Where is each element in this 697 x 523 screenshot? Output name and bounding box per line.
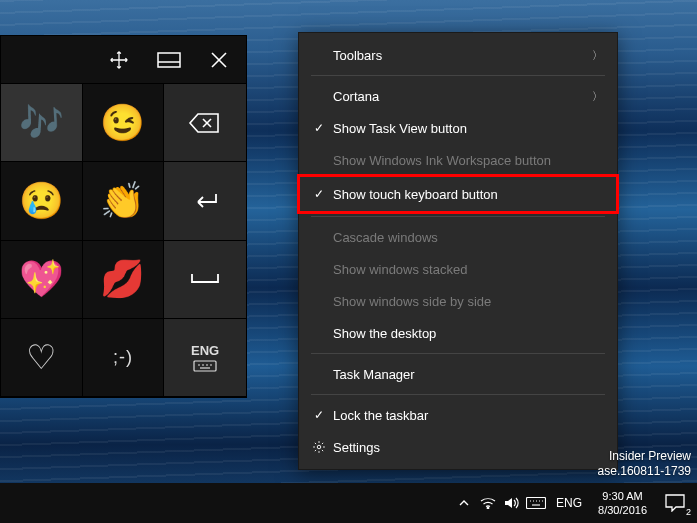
svg-rect-14 — [527, 498, 546, 509]
menu-separator — [311, 394, 605, 395]
emoji-wink[interactable]: 😉 — [83, 84, 165, 162]
menu-item-label: Show Windows Ink Workspace button — [329, 153, 603, 168]
language-key[interactable]: ENG — [164, 319, 246, 397]
volume-icon[interactable] — [500, 483, 524, 523]
menu-separator — [311, 216, 605, 217]
menu-item-label: Show the desktop — [329, 326, 603, 341]
keyboard-move-icon[interactable] — [102, 43, 136, 77]
menu-show-taskview[interactable]: ✓ Show Task View button — [299, 112, 617, 144]
menu-item-label: Show windows side by side — [329, 294, 603, 309]
svg-point-12 — [317, 445, 321, 449]
menu-item-label: Show touch keyboard button — [329, 187, 603, 202]
menu-task-manager[interactable]: Task Manager — [299, 358, 617, 390]
taskbar: ENG 9:30 AM 8/30/2016 2 — [0, 483, 697, 523]
language-key-label: ENG — [191, 343, 219, 358]
gear-icon — [309, 440, 329, 454]
system-tray: ENG 9:30 AM 8/30/2016 2 — [452, 483, 695, 523]
touch-keyboard-topbar — [1, 36, 246, 84]
touch-keyboard-tray-icon[interactable] — [524, 483, 548, 523]
chevron-right-icon: 〉 — [592, 89, 603, 104]
menu-separator — [311, 75, 605, 76]
language-indicator[interactable]: ENG — [548, 496, 590, 510]
check-icon: ✓ — [309, 121, 329, 135]
svg-point-13 — [487, 507, 489, 509]
menu-stacked: Show windows stacked — [299, 253, 617, 285]
menu-item-label: Task Manager — [329, 367, 603, 382]
emoji-heart[interactable]: 💖 — [1, 241, 83, 319]
menu-settings[interactable]: Settings — [299, 431, 617, 463]
menu-item-label: Lock the taskbar — [329, 408, 603, 423]
check-icon: ✓ — [309, 187, 329, 201]
menu-separator — [311, 353, 605, 354]
action-center-icon[interactable]: 2 — [655, 483, 695, 523]
menu-sidebyside: Show windows side by side — [299, 285, 617, 317]
tray-overflow-icon[interactable] — [452, 483, 476, 523]
notification-badge: 2 — [686, 507, 691, 517]
network-icon[interactable] — [476, 483, 500, 523]
menu-lock-taskbar[interactable]: ✓ Lock the taskbar — [299, 399, 617, 431]
watermark-line1: Insider Preview — [598, 449, 691, 464]
clock-time: 9:30 AM — [598, 489, 647, 503]
menu-cortana[interactable]: Cortana 〉 — [299, 80, 617, 112]
menu-toolbars[interactable]: Toolbars 〉 — [299, 39, 617, 71]
menu-item-label: Show windows stacked — [329, 262, 603, 277]
menu-show-ink: Show Windows Ink Workspace button — [299, 144, 617, 176]
emoji-clap[interactable]: 👏 — [83, 162, 165, 240]
taskbar-context-menu: Toolbars 〉 Cortana 〉 ✓ Show Task View bu… — [298, 32, 618, 470]
emoji-kiss[interactable]: 💋 — [83, 241, 165, 319]
check-icon: ✓ — [309, 408, 329, 422]
menu-show-desktop[interactable]: Show the desktop — [299, 317, 617, 349]
enter-key[interactable] — [164, 162, 246, 240]
svg-rect-0 — [158, 53, 180, 67]
space-key[interactable] — [164, 241, 246, 319]
watermark-line2: ase.160811-1739 — [598, 464, 691, 479]
emoji-outline-heart[interactable]: ♡ — [1, 319, 83, 397]
touch-keyboard-grid: 🎶 😉 😢 👏 💖 💋 ♡ ;-) ENG — [1, 84, 246, 397]
emoticon-text-face[interactable]: ;-) — [83, 319, 165, 397]
svg-rect-6 — [194, 361, 216, 371]
menu-item-label: Show Task View button — [329, 121, 603, 136]
keyboard-dock-icon[interactable] — [152, 43, 186, 77]
emoji-cry[interactable]: 😢 — [1, 162, 83, 240]
windows-watermark: Insider Preview ase.160811-1739 — [598, 449, 691, 479]
menu-item-label: Toolbars — [329, 48, 592, 63]
chevron-right-icon: 〉 — [592, 48, 603, 63]
clock-date: 8/30/2016 — [598, 503, 647, 517]
menu-cascade: Cascade windows — [299, 221, 617, 253]
menu-item-label: Cortana — [329, 89, 592, 104]
menu-show-touch-keyboard[interactable]: ✓ Show touch keyboard button — [299, 176, 617, 212]
close-icon[interactable] — [202, 43, 236, 77]
backspace-key[interactable] — [164, 84, 246, 162]
touch-keyboard-panel: 🎶 😉 😢 👏 💖 💋 ♡ ;-) ENG — [0, 35, 247, 398]
menu-item-label: Cascade windows — [329, 230, 603, 245]
emoji-music[interactable]: 🎶 — [1, 84, 83, 162]
menu-item-label: Settings — [329, 440, 603, 455]
clock[interactable]: 9:30 AM 8/30/2016 — [590, 489, 655, 517]
